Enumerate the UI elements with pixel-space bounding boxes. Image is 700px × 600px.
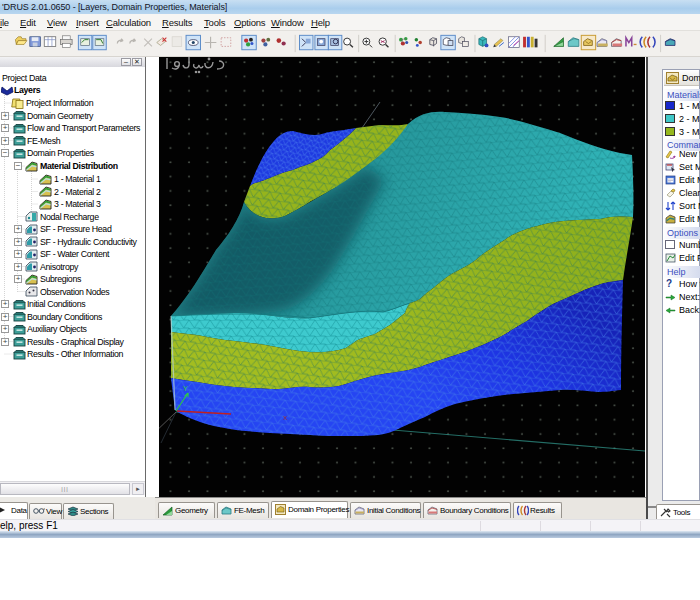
svg-text:Y: Y: [183, 385, 188, 392]
svg-text:x: x: [283, 413, 287, 422]
svg-text:o: o: [44, 506, 46, 511]
